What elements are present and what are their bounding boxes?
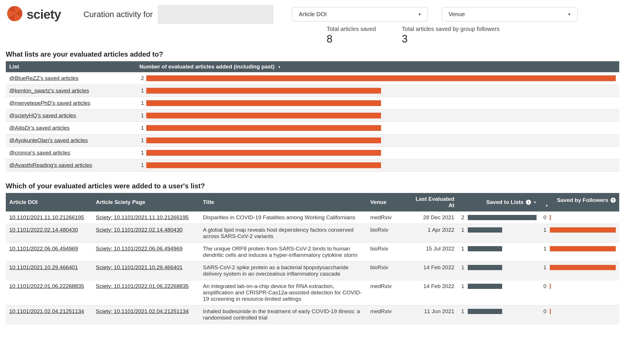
bar-fill — [146, 113, 381, 118]
col-header-saved-lists[interactable]: Saved to Lists i ▼ — [458, 193, 540, 211]
logo[interactable]: sciety — [6, 5, 61, 24]
table-row: @cronce's saved articles1 — [6, 147, 619, 159]
col-header-list[interactable]: List — [6, 61, 136, 72]
table-row: @mervetepePhD's saved articles1 — [6, 97, 619, 109]
bar-fill — [146, 162, 381, 168]
sciety-page-link[interactable]: Sciety: 10.1101/2021.02.04.21251134 — [96, 308, 189, 314]
bar-track — [146, 162, 616, 168]
col-header-title[interactable]: Title — [199, 193, 367, 211]
bar-value: 1 — [139, 112, 144, 119]
col-header-count[interactable]: Number of evaluated articles added (incl… — [136, 61, 619, 72]
list-link[interactable]: @mervetepePhD's saved articles — [9, 100, 90, 106]
list-link[interactable]: @cronce's saved articles — [9, 150, 70, 156]
article-doi-dropdown[interactable]: Article DOI ▼ — [292, 7, 428, 21]
article-venue: bioRxiv — [367, 261, 411, 280]
list-link[interactable]: @AyokunleOlan's saved articles — [9, 137, 88, 143]
bar-value: 1 — [139, 88, 144, 94]
bar-value: 1 — [543, 227, 548, 233]
followers-bar: 1 — [543, 246, 616, 252]
stat-label: Total articles saved — [327, 26, 376, 32]
stats-row: Total articles saved 8 Total articles sa… — [327, 26, 619, 45]
bar-fill — [146, 88, 381, 94]
bar-track — [468, 215, 537, 220]
bar-value: 2 — [461, 214, 465, 221]
doi-link[interactable]: 10.1101/2022.06.06.494969 — [9, 246, 78, 252]
stat-value: 8 — [327, 33, 376, 45]
article-venue: bioRxiv — [367, 224, 411, 243]
bar-track — [146, 150, 616, 156]
list-link[interactable]: @scietyHQ's saved articles — [9, 112, 76, 118]
bar-track — [146, 113, 616, 118]
article-venue: medRxiv — [367, 280, 411, 305]
last-evaluated-date: 28 Dec 2021 — [411, 211, 458, 224]
doi-link[interactable]: 10.1101/2021.02.04.21251134 — [9, 308, 84, 314]
sort-desc-icon: ▼ — [533, 200, 537, 204]
table-row: @AilisDr's saved articles1 — [6, 122, 619, 134]
col-header-page[interactable]: Article Sciety Page — [93, 193, 200, 211]
chevron-down-icon: ▼ — [568, 12, 571, 16]
bar-track — [146, 75, 616, 81]
filter-input[interactable] — [158, 5, 273, 24]
bar-value: 1 — [543, 264, 548, 271]
followers-bar: 1 — [543, 264, 616, 271]
info-icon[interactable]: ? — [611, 198, 616, 203]
col-header-venue[interactable]: Venue — [367, 193, 411, 211]
article-title: Inhaled budesonide in the treatment of e… — [199, 305, 367, 324]
bar-track — [550, 265, 616, 270]
sciety-page-link[interactable]: Sciety: 10.1101/2022.06.06.494969 — [96, 246, 183, 252]
bar-value: 0 — [543, 214, 548, 221]
bar-track — [146, 138, 616, 143]
sciety-page-link[interactable]: Sciety: 10.1101/2022.01.06.22268835 — [96, 283, 189, 289]
table-row: 10.1101/2021.02.04.21251134Sciety: 10.11… — [6, 305, 619, 324]
table-row: @BlueReZZ's saved articles2 — [6, 72, 619, 85]
bar-cell: 1 — [139, 100, 616, 106]
list-link[interactable]: @BlueReZZ's saved articles — [9, 75, 78, 81]
doi-link[interactable]: 10.1101/2022.02.14.480430 — [9, 227, 78, 233]
bar-track — [468, 265, 537, 270]
chevron-down-icon: ▼ — [418, 12, 421, 16]
bar-value: 1 — [543, 246, 548, 252]
doi-link[interactable]: 10.1101/2021.11.10.21266195 — [9, 214, 84, 220]
col-header-saved-followers[interactable]: Saved by Followers ? ▼ — [540, 193, 619, 211]
article-venue: bioRxiv — [367, 243, 411, 261]
venue-dropdown[interactable]: Venue ▼ — [442, 7, 578, 21]
bar-value: 1 — [139, 100, 144, 106]
bar-track — [550, 284, 616, 289]
col-header-doi[interactable]: Article DOI — [6, 193, 93, 211]
bar-value: 1 — [139, 137, 144, 144]
logo-text: sciety — [27, 7, 61, 22]
list-link[interactable]: @AvasthiReading's saved articles — [9, 162, 92, 168]
table-row: 10.1101/2022.02.14.480430Sciety: 10.1101… — [6, 224, 619, 243]
list-link[interactable]: @kenton_swartz's saved articles — [9, 88, 89, 94]
sort-desc-icon: ▼ — [545, 204, 616, 207]
followers-bar: 0 — [543, 283, 616, 289]
col-header-last-eval[interactable]: Last Evaluated At — [411, 193, 458, 211]
bar-fill — [468, 246, 502, 251]
bar-fill — [468, 309, 502, 314]
bar-track — [146, 88, 616, 94]
bar-fill — [146, 75, 616, 81]
table-row: @AvasthiReading's saved articles1 — [6, 159, 619, 172]
saved-bar: 1 — [461, 227, 537, 233]
sciety-page-link[interactable]: Sciety: 10.1101/2021.11.10.21266195 — [96, 214, 189, 220]
saved-bar: 1 — [461, 283, 537, 289]
followers-bar: 1 — [543, 227, 616, 233]
list-link[interactable]: @AilisDr's saved articles — [9, 125, 70, 131]
last-evaluated-date: 15 Jul 2022 — [411, 243, 458, 261]
sciety-page-link[interactable]: Sciety: 10.1101/2021.10.29.466401 — [96, 264, 183, 270]
doi-link[interactable]: 10.1101/2021.10.29.466401 — [9, 264, 78, 270]
info-icon[interactable]: i — [526, 200, 531, 205]
saved-bar: 1 — [461, 264, 537, 271]
articles-table: Article DOI Article Sciety Page Title Ve… — [6, 193, 619, 324]
bar-fill — [468, 284, 502, 289]
bar-track — [550, 246, 616, 251]
bar-track — [550, 227, 616, 233]
table-row: @kenton_swartz's saved articles1 — [6, 85, 619, 97]
bar-value: 1 — [139, 125, 144, 131]
doi-link[interactable]: 10.1101/2022.01.06.22268835 — [9, 283, 84, 289]
saved-bar: 1 — [461, 308, 537, 315]
bar-cell: 1 — [139, 150, 616, 156]
bar-cell: 1 — [139, 112, 616, 119]
sciety-page-link[interactable]: Sciety: 10.1101/2022.02.14.480430 — [96, 227, 183, 233]
followers-bar: 0 — [543, 308, 616, 315]
